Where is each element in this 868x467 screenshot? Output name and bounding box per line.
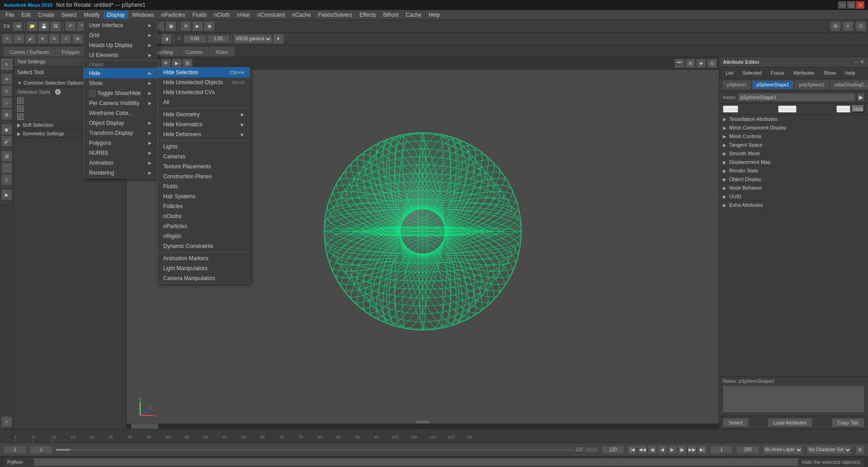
hide-fluids-item[interactable]: Fluids xyxy=(158,181,250,191)
attr-tab-polysphere1[interactable]: polySphere1 xyxy=(795,81,829,89)
menu-effects[interactable]: Effects xyxy=(356,11,379,19)
attr-presets-btn[interactable]: Presets xyxy=(778,105,797,113)
menu-fluids[interactable]: Fluids xyxy=(189,11,211,19)
save-button[interactable]: 💾 xyxy=(38,21,49,31)
menu-help[interactable]: Help xyxy=(425,11,443,19)
render-button[interactable]: ▶ xyxy=(192,21,203,31)
minimize-button[interactable]: ─ xyxy=(838,1,846,9)
scrollbar-thumb-h[interactable] xyxy=(131,424,158,429)
attr-menu-list[interactable]: List xyxy=(723,69,736,76)
play-back-btn[interactable]: ◀ xyxy=(658,445,667,454)
vp-show-btn[interactable]: 👁 xyxy=(161,59,171,68)
transform-btn[interactable]: ⊕ xyxy=(1,109,12,120)
display-menu-heads-up[interactable]: Heads Up Display xyxy=(84,40,157,50)
vp-select-type-btn[interactable]: ◈ xyxy=(696,59,706,68)
hide-light-manipulators-item[interactable]: Light Manipulators xyxy=(158,263,250,273)
scale-btn[interactable]: ⤢ xyxy=(1,97,12,108)
hide-construction-planes-item[interactable]: Construction Planes xyxy=(158,172,250,181)
gamma-settings-btn[interactable]: ▼ xyxy=(273,34,284,44)
anim-layer-select[interactable]: No Anim Layer xyxy=(763,445,803,454)
translate-x-field[interactable] xyxy=(184,35,206,43)
attr-uuid[interactable]: ▶ UUID xyxy=(719,192,868,201)
attr-hide-btn[interactable]: Hide xyxy=(852,105,864,113)
display-menu-transform-display[interactable]: Transform Display xyxy=(84,128,157,138)
display-menu-show[interactable]: Show xyxy=(84,78,157,88)
display-menu-user-interface[interactable]: User Interface xyxy=(84,20,157,30)
attr-editor-toggle[interactable]: ⊞ xyxy=(830,21,841,31)
menu-fields-solvers[interactable]: Fields/Solvers xyxy=(315,11,356,19)
hide-geometry-item[interactable]: Hide Geometry xyxy=(158,110,250,119)
hide-camera-manipulators-item[interactable]: Camera Manipulators xyxy=(158,273,250,283)
attr-object-display[interactable]: ▶ Object Display xyxy=(719,175,868,184)
timeline-range-bar[interactable]: 120 xyxy=(56,447,598,453)
playback-start-frame[interactable] xyxy=(710,446,733,454)
menu-edit[interactable]: Edit xyxy=(18,11,34,19)
tab-custom[interactable]: Custom xyxy=(180,47,209,57)
settings-btn[interactable]: ⚙ xyxy=(855,445,864,454)
snap-to-surface-button[interactable]: ▣ xyxy=(165,21,176,31)
move-btn[interactable]: ✛ xyxy=(1,74,12,85)
snap-grid-btn[interactable]: ⊞ xyxy=(1,151,12,162)
attr-copy-tab-btn[interactable]: Copy Tab xyxy=(832,418,864,427)
open-folder-button[interactable]: 📁 xyxy=(27,21,38,31)
lasso-tool-btn[interactable]: ∿ xyxy=(14,34,24,44)
prev-key-btn[interactable]: ◀| xyxy=(648,445,657,454)
attr-node-name-input[interactable] xyxy=(738,93,855,101)
notes-textarea[interactable] xyxy=(723,386,864,413)
prev-frame-btn[interactable]: ◀◀ xyxy=(638,445,647,454)
vp-snap-btn[interactable]: ◎ xyxy=(707,59,717,68)
hide-animation-markers-item[interactable]: Animation Markers xyxy=(158,253,250,263)
menu-cache[interactable]: Cache xyxy=(402,11,425,19)
attr-tessellation[interactable]: ▶ Tessellation Attributes xyxy=(719,115,868,124)
fx-dropdown[interactable] xyxy=(13,22,23,31)
range-end-input[interactable]: 120 xyxy=(602,446,624,454)
vp-grid-btn[interactable]: ⊟ xyxy=(685,59,695,68)
menu-nparticles[interactable]: nParticles xyxy=(158,11,189,19)
attr-node-behavior[interactable]: ▶ Node Behavior xyxy=(719,184,868,192)
save-as-button[interactable]: 🖫 xyxy=(50,21,61,31)
attr-smooth-mesh[interactable]: ▶ Smooth Mesh xyxy=(719,149,868,158)
display-menu-grid[interactable]: Grid xyxy=(84,30,157,40)
display-menu-rendering[interactable]: Rendering xyxy=(84,168,157,178)
attr-tab-psphere1[interactable]: pSphere1 xyxy=(723,81,750,89)
paint-select-btn[interactable]: 🖌 xyxy=(25,34,36,44)
gamma-select[interactable]: sRGB gamma xyxy=(234,34,272,43)
character-set-select[interactable]: No Character Set xyxy=(807,445,852,454)
script-input[interactable] xyxy=(33,458,798,466)
current-frame-input[interactable]: 1 xyxy=(4,446,26,454)
render-settings-button[interactable]: ⚙ xyxy=(180,21,191,31)
hide-cameras-item[interactable]: Cameras xyxy=(158,152,250,162)
display-menu-toggle-show-hide[interactable]: ✓ Toggle Show/Hide xyxy=(84,88,157,98)
display-menu-ui-elements[interactable]: UI Elements xyxy=(84,50,157,60)
attr-tab-psphereshape1[interactable]: pSphereShape1 xyxy=(752,81,793,89)
attr-minimize-btn[interactable]: ─ xyxy=(854,59,858,65)
next-key-btn[interactable]: |▶ xyxy=(678,445,687,454)
display-menu-polygons[interactable]: Polygons xyxy=(84,138,157,148)
tab-xgen[interactable]: XGen xyxy=(209,47,234,57)
checkbox-3[interactable]: ✓ xyxy=(17,114,24,120)
tab-curves-surfaces[interactable]: Curves / Surfaces xyxy=(4,47,55,57)
display-menu-nurbs[interactable]: NURBS xyxy=(84,148,157,158)
play-fwd-btn[interactable]: ▶ xyxy=(668,445,677,454)
translate-y-field[interactable] xyxy=(207,35,230,43)
more-tools-btn[interactable]: + xyxy=(1,416,12,427)
hide-unselected-cvs-item[interactable]: Hide Unselected CVs xyxy=(158,87,250,97)
attr-menu-help[interactable]: Help xyxy=(842,69,858,76)
menu-nhair[interactable]: nHair xyxy=(233,11,254,19)
channel-box-toggle[interactable]: ≡ xyxy=(843,21,854,31)
selection-style-radio[interactable] xyxy=(55,89,61,95)
attr-mesh-controls[interactable]: ▶ Mesh Controls xyxy=(719,132,868,141)
maximize-button[interactable]: □ xyxy=(847,1,855,9)
menu-display[interactable]: Display xyxy=(104,11,128,19)
attr-node-expand-btn[interactable]: ▶ xyxy=(857,94,864,101)
menu-ncloth[interactable]: nCloth xyxy=(211,11,234,19)
vp-panels-btn[interactable]: ⊞ xyxy=(183,59,193,68)
hide-texture-placements-item[interactable]: Texture Placements xyxy=(158,162,250,172)
hide-ncloths-item[interactable]: nCloths xyxy=(158,211,250,221)
vp-render-btn[interactable]: ▶ xyxy=(172,59,182,68)
menu-modify[interactable]: Modify xyxy=(80,11,103,19)
display-menu-wireframe-color[interactable]: Wireframe Color... xyxy=(84,108,157,118)
display-menu-animation[interactable]: Animation xyxy=(84,158,157,168)
menu-select[interactable]: Select xyxy=(58,11,80,19)
hide-unselected-objects-item[interactable]: Hide Unselected Objects Alt+H xyxy=(158,77,250,87)
